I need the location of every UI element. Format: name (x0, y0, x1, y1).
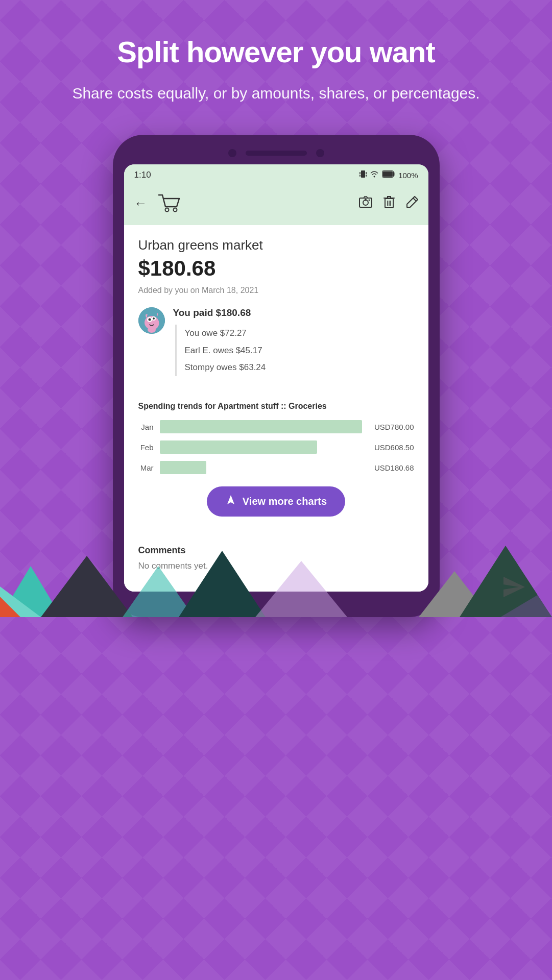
owe-item-3: Stompy owes $63.24 (185, 359, 414, 376)
subtitle: Share costs equally, or by amounts, shar… (31, 83, 521, 104)
battery-icon (382, 170, 395, 180)
chart-bar-container-mar (160, 461, 362, 474)
avatar (138, 307, 165, 334)
svg-marker-26 (41, 556, 133, 617)
add-photo-button[interactable] (359, 195, 372, 212)
owe-item-1: You owe $72.27 (185, 325, 414, 342)
svg-point-8 (173, 208, 177, 211)
triangles-svg (0, 515, 552, 617)
view-charts-button[interactable]: View more charts (207, 486, 345, 517)
status-icons: 100% (359, 169, 418, 181)
chart-value-jan: USD780.00 (368, 423, 414, 431)
phone-top-bar (124, 149, 428, 157)
svg-rect-2 (366, 172, 367, 174)
phone-camera-2 (316, 149, 324, 157)
svg-point-7 (165, 208, 169, 211)
svg-rect-0 (361, 170, 365, 178)
header-section: Split however you want Share costs equal… (0, 0, 552, 125)
back-button[interactable]: ← (134, 195, 148, 211)
owe-item-2: Earl E. owes $45.17 (185, 342, 414, 359)
wifi-icon (370, 170, 379, 180)
chart-bar-mar (160, 461, 206, 474)
expense-title: Urban greens market (138, 237, 414, 253)
chart-bar-feb (160, 440, 318, 454)
svg-marker-23 (227, 495, 234, 504)
status-time: 1:10 (134, 170, 151, 180)
send-icon (501, 574, 526, 602)
cart-icon-wrap (156, 190, 182, 217)
chart-bar-container-feb (160, 440, 362, 454)
phone-camera (228, 149, 236, 157)
chart-row-mar: Mar USD180.68 (138, 461, 414, 474)
chart-label-mar: Mar (138, 463, 154, 472)
expense-content: Urban greens market $180.68 Added by you… (124, 225, 428, 381)
paid-label: You paid $180.68 (173, 307, 414, 318)
chart-label-jan: Jan (138, 423, 154, 431)
status-bar: 1:10 (124, 164, 428, 184)
charts-button-label: View more charts (243, 496, 327, 507)
svg-rect-3 (359, 175, 361, 177)
charts-button-icon (225, 495, 236, 508)
app-header: ← (124, 184, 428, 225)
app-header-left: ← (134, 190, 182, 217)
svg-rect-6 (383, 172, 393, 177)
chart-value-mar: USD180.68 (368, 463, 414, 472)
svg-marker-29 (179, 551, 266, 617)
chart-bar-container-jan (160, 420, 362, 433)
chart-bar-jan (160, 420, 362, 433)
edit-button[interactable] (406, 196, 418, 211)
chart-row-feb: Feb USD608.50 (138, 440, 414, 454)
svg-rect-4 (366, 175, 367, 177)
owe-list: You owe $72.27 Earl E. owes $45.17 Stomp… (175, 325, 414, 376)
chart-row-jan: Jan USD780.00 (138, 420, 414, 433)
spending-trends-title: Spending trends for Apartment stuff :: G… (138, 402, 414, 411)
phone-speaker (246, 151, 307, 156)
svg-marker-28 (123, 566, 194, 617)
svg-point-22 (148, 327, 156, 333)
avatar-image (138, 307, 165, 334)
delete-button[interactable] (383, 195, 395, 212)
app-header-right (359, 195, 418, 212)
cart-icon (157, 193, 181, 214)
svg-point-21 (153, 317, 155, 320)
battery-percent: 100% (398, 171, 418, 180)
main-title: Split however you want (31, 36, 521, 68)
vibrate-icon (359, 169, 367, 181)
expense-meta: Added by you on March 18, 2021 (138, 286, 414, 295)
svg-point-11 (368, 199, 370, 201)
chart-value-feb: USD608.50 (368, 443, 414, 452)
svg-rect-1 (359, 172, 361, 174)
payment-details: You paid $180.68 You owe $72.27 Earl E. … (173, 307, 414, 376)
expense-amount: $180.68 (138, 256, 414, 281)
bottom-triangles (0, 515, 552, 617)
chart-label-feb: Feb (138, 443, 154, 452)
svg-marker-30 (255, 561, 347, 617)
payment-section: You paid $180.68 You owe $72.27 Earl E. … (138, 307, 414, 381)
svg-point-20 (148, 318, 151, 321)
